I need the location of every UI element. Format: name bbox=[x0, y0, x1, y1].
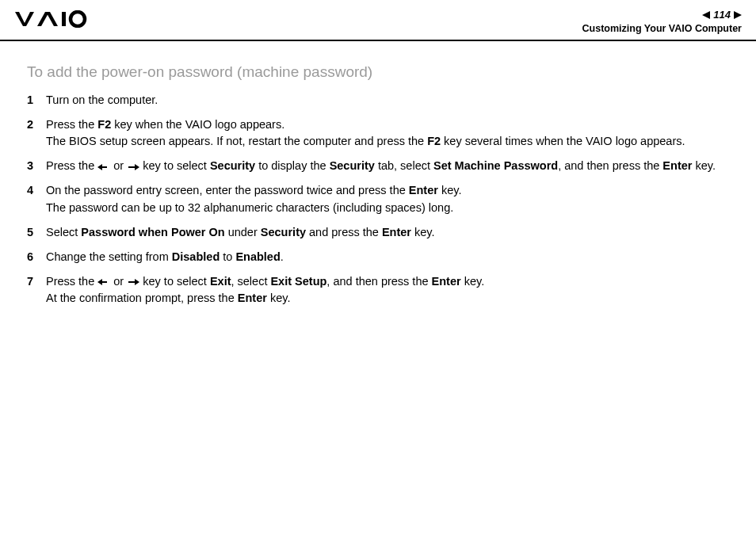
bold-text: Enter bbox=[409, 184, 438, 196]
text: Turn on the computer. bbox=[46, 93, 158, 106]
text: key. bbox=[461, 275, 485, 288]
left-arrow-icon bbox=[97, 163, 110, 171]
bold-text: F2 bbox=[427, 135, 441, 147]
bold-text: Set Machine Password bbox=[433, 159, 558, 172]
step-number: 6 bbox=[27, 249, 46, 265]
step-body: Change the setting from Disabled to Enab… bbox=[46, 249, 729, 265]
step-body: Turn on the computer. bbox=[46, 92, 729, 109]
page-nav: 114 bbox=[582, 8, 742, 22]
text: key when the VAIO logo appears. bbox=[111, 118, 284, 131]
bold-text: Security bbox=[261, 226, 306, 238]
bold-text: Enter bbox=[662, 159, 692, 172]
step-number: 7 bbox=[27, 273, 46, 290]
bold-text: Enter bbox=[382, 226, 411, 238]
text: key. bbox=[267, 292, 291, 304]
text: Press the bbox=[46, 159, 97, 172]
vaio-logo-svg bbox=[14, 10, 101, 28]
step-item: 7Press the or key to select Exit, select… bbox=[27, 273, 729, 307]
header-right: 114 Customizing Your VAIO Computer bbox=[582, 8, 742, 35]
text: , and then press the bbox=[558, 159, 662, 172]
bold-text: Password when Power On bbox=[81, 226, 224, 238]
text: to bbox=[220, 250, 235, 263]
bold-text: Security bbox=[330, 159, 375, 172]
text: , and then press the bbox=[326, 275, 431, 288]
text: Press the bbox=[46, 275, 97, 288]
step-number: 3 bbox=[27, 158, 46, 174]
step-item: 3Press the or key to select Security to … bbox=[27, 158, 729, 174]
text: . bbox=[281, 250, 284, 263]
next-page-icon[interactable] bbox=[734, 11, 742, 19]
text: The password can be up to 32 alphanumeri… bbox=[46, 201, 453, 214]
step-number: 5 bbox=[27, 224, 46, 241]
step-body: Press the or key to select Exit, select … bbox=[46, 273, 729, 307]
text: At the confirmation prompt, press the bbox=[46, 292, 238, 304]
text: key to select bbox=[139, 275, 210, 288]
step-line: Change the setting from Disabled to Enab… bbox=[46, 249, 729, 265]
bold-text: F2 bbox=[97, 118, 111, 131]
bold-text: Exit Setup bbox=[270, 275, 326, 288]
step-number: 1 bbox=[27, 92, 46, 109]
left-arrow-icon bbox=[97, 278, 110, 286]
text: Press the bbox=[46, 118, 97, 131]
text: key. bbox=[692, 159, 716, 172]
step-line: Turn on the computer. bbox=[46, 92, 729, 109]
step-number: 4 bbox=[27, 182, 46, 199]
step-item: 5Select Password when Power On under Sec… bbox=[27, 224, 729, 241]
svg-point-1 bbox=[71, 12, 85, 26]
section-title: To add the power-on password (machine pa… bbox=[27, 63, 729, 81]
text: or bbox=[110, 275, 127, 288]
text: under bbox=[225, 226, 261, 238]
step-line: At the confirmation prompt, press the En… bbox=[46, 290, 729, 307]
right-arrow-icon bbox=[127, 163, 139, 171]
text: On the password entry screen, enter the … bbox=[46, 184, 409, 196]
step-body: Select Password when Power On under Secu… bbox=[46, 224, 729, 241]
step-line: Press the or key to select Exit, select … bbox=[46, 273, 729, 290]
text: or bbox=[110, 159, 127, 172]
step-number: 2 bbox=[27, 116, 46, 133]
text: tab, select bbox=[375, 159, 433, 172]
step-body: Press the F2 key when the VAIO logo appe… bbox=[46, 116, 729, 150]
bold-text: Enabled bbox=[235, 250, 280, 263]
step-item: 6Change the setting from Disabled to Ena… bbox=[27, 249, 729, 265]
text: to display the bbox=[255, 159, 330, 172]
text: key several times when the VAIO logo app… bbox=[441, 135, 685, 147]
step-line: Press the F2 key when the VAIO logo appe… bbox=[46, 116, 729, 133]
content: To add the power-on password (machine pa… bbox=[0, 41, 756, 306]
prev-page-icon[interactable] bbox=[702, 11, 710, 19]
bold-text: Exit bbox=[210, 275, 231, 288]
text: Change the setting from bbox=[46, 250, 172, 263]
page-header: 114 Customizing Your VAIO Computer bbox=[0, 0, 756, 41]
page-number: 114 bbox=[713, 8, 731, 22]
step-item: 1Turn on the computer. bbox=[27, 92, 729, 109]
text: , select bbox=[231, 275, 270, 288]
right-arrow-icon bbox=[127, 278, 139, 286]
bold-text: Disabled bbox=[172, 250, 220, 263]
vaio-logo bbox=[14, 8, 101, 30]
text: The BIOS setup screen appears. If not, r… bbox=[46, 135, 427, 147]
step-line: Select Password when Power On under Secu… bbox=[46, 224, 729, 241]
bold-text: Security bbox=[210, 159, 255, 172]
steps-list: 1Turn on the computer.2Press the F2 key … bbox=[27, 92, 729, 306]
text: and press the bbox=[306, 226, 382, 238]
step-body: On the password entry screen, enter the … bbox=[46, 182, 729, 216]
step-line: On the password entry screen, enter the … bbox=[46, 182, 729, 199]
text: key. bbox=[438, 184, 462, 196]
step-line: The BIOS setup screen appears. If not, r… bbox=[46, 133, 729, 150]
text: Select bbox=[46, 226, 81, 238]
svg-rect-0 bbox=[62, 12, 66, 26]
text: key to select bbox=[139, 159, 210, 172]
step-line: The password can be up to 32 alphanumeri… bbox=[46, 200, 729, 216]
bold-text: Enter bbox=[238, 292, 267, 304]
step-line: Press the or key to select Security to d… bbox=[46, 158, 729, 174]
step-item: 2Press the F2 key when the VAIO logo app… bbox=[27, 116, 729, 150]
step-item: 4On the password entry screen, enter the… bbox=[27, 182, 729, 216]
bold-text: Enter bbox=[432, 275, 461, 288]
text: key. bbox=[411, 226, 435, 238]
step-body: Press the or key to select Security to d… bbox=[46, 158, 729, 174]
breadcrumb: Customizing Your VAIO Computer bbox=[582, 22, 742, 36]
